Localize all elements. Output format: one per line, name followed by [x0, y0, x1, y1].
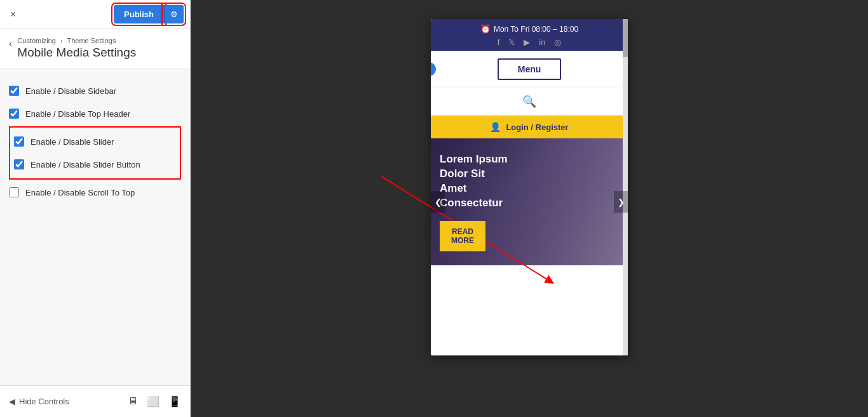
- preview-slider: Lorem Ipsum Dolor Sit Amet Consectetur R…: [431, 138, 628, 265]
- mobile-preview-frame: ⏰ Mon To Fri 08:00 – 18:00 f 𝕏 ▶ in ◎ ❮ …: [431, 19, 628, 355]
- bottom-bar: ◀ Hide Controls 🖥 ⬜ 📱: [0, 385, 190, 417]
- slider-line4: Consectetur: [440, 196, 508, 211]
- slider-checkbox[interactable]: [14, 136, 24, 147]
- preview-top-header: ⏰ Mon To Fri 08:00 – 18:00 f 𝕏 ▶ in ◎: [431, 19, 628, 51]
- slider-background: Lorem Ipsum Dolor Sit Amet Consectetur R…: [431, 138, 628, 265]
- breadcrumb-theme-settings[interactable]: Theme Settings: [67, 37, 116, 44]
- preview-menu-button[interactable]: Menu: [498, 58, 562, 80]
- close-button[interactable]: ×: [8, 6, 18, 23]
- publish-settings-button[interactable]: ⚙: [164, 5, 184, 23]
- preview-login-bar: 👤 Login / Register: [431, 116, 628, 138]
- scroll-top-label: Enable / Disable Scroll To Top: [25, 188, 135, 197]
- scroll-top-checkbox[interactable]: [9, 187, 19, 197]
- device-icons: 🖥 ⬜ 📱: [128, 395, 181, 407]
- facebook-icon: f: [498, 37, 500, 47]
- settings-list: Enable / Disable Sidebar Enable / Disabl…: [0, 69, 190, 385]
- setting-slider-button: Enable / Disable Slider Button: [14, 153, 176, 176]
- slider-read-more-button[interactable]: READMORE: [440, 221, 485, 251]
- right-preview-area: ⏰ Mon To Fri 08:00 – 18:00 f 𝕏 ▶ in ◎ ❮ …: [191, 0, 868, 417]
- mobile-scrollbar-thumb: [623, 19, 628, 57]
- breadcrumb-section: ‹ Customizing › Theme Settings Mobile Me…: [0, 29, 190, 69]
- hide-controls-icon: ◀: [9, 397, 15, 406]
- desktop-icon[interactable]: 🖥: [128, 395, 138, 407]
- back-arrow-button[interactable]: ‹: [9, 38, 12, 50]
- clock-icon: ⏰: [480, 24, 491, 34]
- slider-prev-button[interactable]: ❮: [431, 191, 445, 213]
- setting-scroll-top: Enable / Disable Scroll To Top: [9, 181, 181, 204]
- sidebar-label: Enable / Disable Sidebar: [25, 86, 116, 96]
- mobile-icon[interactable]: 📱: [168, 395, 181, 407]
- collapse-arrow[interactable]: ❮: [431, 62, 436, 76]
- mobile-scrollbar[interactable]: [623, 19, 628, 355]
- slider-button-checkbox[interactable]: [14, 159, 24, 169]
- slider-line3: Amet: [440, 182, 508, 196]
- slider-next-button[interactable]: ❯: [614, 191, 628, 213]
- breadcrumb-text: Customizing › Theme Settings Mobile Medi…: [17, 37, 136, 60]
- search-icon[interactable]: 🔍: [522, 95, 536, 109]
- instagram-icon: ◎: [554, 37, 561, 47]
- preview-menu-row: ❮ Menu: [431, 51, 628, 88]
- slider-group: Enable / Disable Slider Enable / Disable…: [9, 126, 181, 180]
- preview-search-row: 🔍: [431, 88, 628, 116]
- preview-time-text: Mon To Fri 08:00 – 18:00: [494, 25, 578, 34]
- page-title: Mobile Media Settings: [17, 46, 136, 60]
- breadcrumb: Customizing › Theme Settings: [17, 37, 136, 44]
- slider-line1: Lorem Ipsum: [440, 152, 508, 167]
- slider-line2: Dolor Sit: [440, 167, 508, 182]
- preview-time: ⏰ Mon To Fri 08:00 – 18:00: [431, 24, 628, 34]
- top-header-checkbox[interactable]: [9, 109, 19, 119]
- hide-controls-button[interactable]: ◀ Hide Controls: [9, 397, 69, 406]
- breadcrumb-separator: ›: [60, 37, 63, 44]
- left-panel: × Publish ⚙ ‹ Customizing › Theme Settin…: [0, 0, 191, 417]
- slider-button-label: Enable / Disable Slider Button: [31, 160, 140, 169]
- breadcrumb-customizing[interactable]: Customizing: [17, 37, 56, 44]
- linkedin-icon: in: [539, 37, 545, 47]
- slider-text: Lorem Ipsum Dolor Sit Amet Consectetur: [440, 152, 508, 211]
- twitter-icon: 𝕏: [508, 37, 515, 47]
- top-bar: × Publish ⚙: [0, 0, 190, 29]
- preview-login-text: Login / Register: [506, 122, 568, 132]
- hide-controls-label: Hide Controls: [19, 397, 69, 406]
- setting-sidebar: Enable / Disable Sidebar: [9, 79, 181, 102]
- slider-label: Enable / Disable Slider: [31, 137, 114, 147]
- setting-top-header: Enable / Disable Top Header: [9, 102, 181, 125]
- preview-socials: f 𝕏 ▶ in ◎: [431, 37, 628, 47]
- publish-button[interactable]: Publish: [114, 5, 164, 23]
- top-header-label: Enable / Disable Top Header: [25, 109, 130, 119]
- setting-slider: Enable / Disable Slider: [14, 130, 176, 153]
- user-icon: 👤: [490, 122, 501, 132]
- mobile-scroll-area[interactable]: ⏰ Mon To Fri 08:00 – 18:00 f 𝕏 ▶ in ◎ ❮ …: [431, 19, 628, 355]
- tablet-icon[interactable]: ⬜: [147, 395, 159, 407]
- publish-area: Publish ⚙: [114, 5, 184, 23]
- sidebar-checkbox[interactable]: [9, 86, 19, 96]
- youtube-icon: ▶: [524, 37, 530, 47]
